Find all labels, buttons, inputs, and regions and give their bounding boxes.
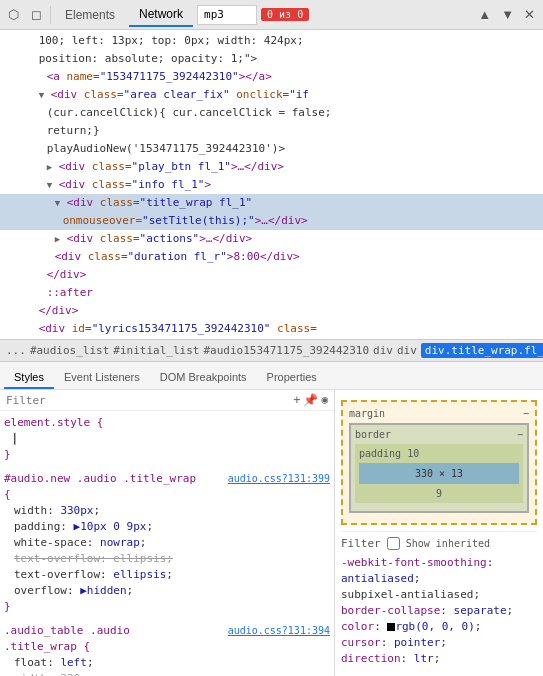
bc-initial-list[interactable]: #initial_list xyxy=(113,344,199,357)
bc-audios-list[interactable]: #audios_list xyxy=(30,344,109,357)
styles-panel: + 📌 ◉ element.style { ▎ } # xyxy=(0,390,543,676)
html-line[interactable]: </div> xyxy=(0,266,543,284)
border-area: border − padding 10 330 × 13 9 xyxy=(349,423,529,513)
style-rule-strikethrough: text-overflow: ellipsis; xyxy=(4,551,330,567)
styles-right: margin − border − padding 10 330 × 13 9 xyxy=(335,390,543,676)
nav-down-btn[interactable]: ▼ xyxy=(497,5,518,24)
show-inherited-checkbox[interactable] xyxy=(387,537,400,550)
style-block-audio: #audio.new .audio .title_wrap audio.css?… xyxy=(4,471,330,615)
style-source-audio[interactable]: audio.css?131:399 xyxy=(228,471,330,487)
html-line[interactable]: ▶ <div class="play_btn fl_1">…</div> xyxy=(0,158,543,176)
html-line[interactable]: ▶ <div class="actions">…</div> xyxy=(0,230,543,248)
bc-title-wrap[interactable]: div.title_wrap.fl_l xyxy=(421,343,543,358)
margin-dash: − xyxy=(523,408,529,419)
tab-network[interactable]: Network xyxy=(129,3,193,27)
filter-label: Filter xyxy=(341,537,381,550)
style-rule: overflow: ▶hidden; xyxy=(4,583,330,599)
pin-icon[interactable]: 📌 xyxy=(303,393,318,407)
tab-elements[interactable]: Elements xyxy=(55,4,125,26)
breadcrumb: ... #audios_list #initial_list #audio153… xyxy=(0,340,543,362)
tab-properties[interactable]: Properties xyxy=(257,367,327,389)
right-style-item: color: rgb(0, 0, 0); xyxy=(341,619,537,635)
style-selector: element.style { xyxy=(4,416,103,429)
cursor-indicator: ▎ xyxy=(14,431,20,447)
close-btn[interactable]: ✕ xyxy=(520,5,539,24)
right-filter-area: Filter Show inherited -webkit-font-smoot… xyxy=(341,531,537,667)
style-selector-audio: #audio.new .audio .title_wrap xyxy=(4,471,196,487)
html-line-highlighted[interactable]: ▼ <div class="title_wrap fl_1" xyxy=(0,194,543,212)
bc-div2[interactable]: div xyxy=(397,344,417,357)
style-rule: white-space: nowrap; xyxy=(4,535,330,551)
plus-icon[interactable]: + xyxy=(293,393,300,407)
html-line[interactable]: return;} xyxy=(0,122,543,140)
filter-icons: + 📌 ◉ xyxy=(293,393,328,407)
show-inherited-label: Show inherited xyxy=(406,538,490,549)
style-close: } xyxy=(4,448,11,461)
html-line[interactable]: </div> xyxy=(0,302,543,320)
html-panel: 100; left: 13px; top: 0px; width: 424px;… xyxy=(0,30,543,340)
right-style-item: cursor: pointer; xyxy=(341,635,537,651)
pointer-btn[interactable]: ⬡ xyxy=(4,5,23,24)
right-filter-row: Filter Show inherited xyxy=(341,535,537,552)
content-box: 330 × 13 xyxy=(359,463,519,484)
html-line[interactable]: ▼ <div class="area clear_fix" onclick="i… xyxy=(0,86,543,104)
html-line[interactable]: 100; left: 13px; top: 0px; width: 424px; xyxy=(0,32,543,50)
style-rule: width: 330px; xyxy=(4,503,330,519)
style-rule-strikethrough: width: 320px; xyxy=(4,671,330,676)
search-count: 0 из 0 xyxy=(261,8,309,21)
right-styles-list: -webkit-font-smoothing: antialiased; sub… xyxy=(341,555,537,667)
style-rule: text-overflow: ellipsis; xyxy=(4,567,330,583)
styles-content: element.style { ▎ } #audio.new .audio .t… xyxy=(0,411,334,676)
html-line[interactable]: position: absolute; opacity: 1;"> xyxy=(0,50,543,68)
html-line[interactable]: <div class="duration fl_r">8:00</div> xyxy=(0,248,543,266)
html-line[interactable]: <div id="lyrics153471175_392442310" clas… xyxy=(0,320,543,338)
style-block-element: element.style { ▎ } xyxy=(4,415,330,463)
style-selector-table: .audio_table .audio xyxy=(4,623,130,639)
padding-area: padding 10 330 × 13 9 xyxy=(355,444,523,503)
nav-up-btn[interactable]: ▲ xyxy=(474,5,495,24)
search-input[interactable] xyxy=(197,5,257,25)
styles-left: + 📌 ◉ element.style { ▎ } # xyxy=(0,390,335,676)
padding-label: padding 10 xyxy=(359,448,519,459)
border-label: border xyxy=(355,429,391,440)
toolbar: ⬡ ◻ Elements Network 0 из 0 ▲ ▼ ✕ xyxy=(0,0,543,30)
html-line-highlighted2[interactable]: onmouseover="setTitle(this);">…</div> xyxy=(0,212,543,230)
right-style-item: border-collapse: separate; xyxy=(341,603,537,619)
html-line[interactable]: playAudioNew('153471175_392442310')> xyxy=(0,140,543,158)
bc-audio-id[interactable]: #audio153471175_392442310 xyxy=(203,344,369,357)
html-line[interactable]: <a name="153471175_392442310"></a> xyxy=(0,68,543,86)
right-style-item: -webkit-font-smoothing: antialiased; xyxy=(341,555,537,587)
separator xyxy=(50,6,51,24)
right-style-item: subpixel-antialiased; xyxy=(341,587,537,603)
content-size: 330 × 13 xyxy=(415,468,463,479)
inspect-btn[interactable]: ◻ xyxy=(27,5,46,24)
html-line[interactable]: ▼ <div class="info fl_1"> xyxy=(0,176,543,194)
html-line[interactable]: ::after xyxy=(0,284,543,302)
right-style-item: direction: ltr; xyxy=(341,651,537,667)
bc-div1[interactable]: div xyxy=(373,344,393,357)
box-model: margin − border − padding 10 330 × 13 9 xyxy=(341,400,537,525)
bc-ellipsis[interactable]: ... xyxy=(6,344,26,357)
border-dash: − xyxy=(517,429,523,440)
styles-filter: + 📌 ◉ xyxy=(0,390,334,411)
tab-dom-breakpoints[interactable]: DOM Breakpoints xyxy=(150,367,257,389)
padding-bottom: 9 xyxy=(359,488,519,499)
margin-label: margin xyxy=(349,408,385,419)
style-source-table[interactable]: audio.css?131:394 xyxy=(228,623,330,639)
style-rule: float: left; xyxy=(4,655,330,671)
style-block-audiotable: .audio_table .audio audio.css?131:394 .t… xyxy=(4,623,330,676)
tab-event-listeners[interactable]: Event Listeners xyxy=(54,367,150,389)
tab-styles[interactable]: Styles xyxy=(4,367,54,389)
panel-tabs: Styles Event Listeners DOM Breakpoints P… xyxy=(0,362,543,390)
color-icon[interactable]: ◉ xyxy=(321,393,328,407)
html-line[interactable]: (cur.cancelClick){ cur.cancelClick = fal… xyxy=(0,104,543,122)
styles-filter-input[interactable] xyxy=(6,394,289,407)
style-rule: padding: ▶10px 0 9px; xyxy=(4,519,330,535)
toolbar-right: ▲ ▼ ✕ xyxy=(474,5,539,24)
